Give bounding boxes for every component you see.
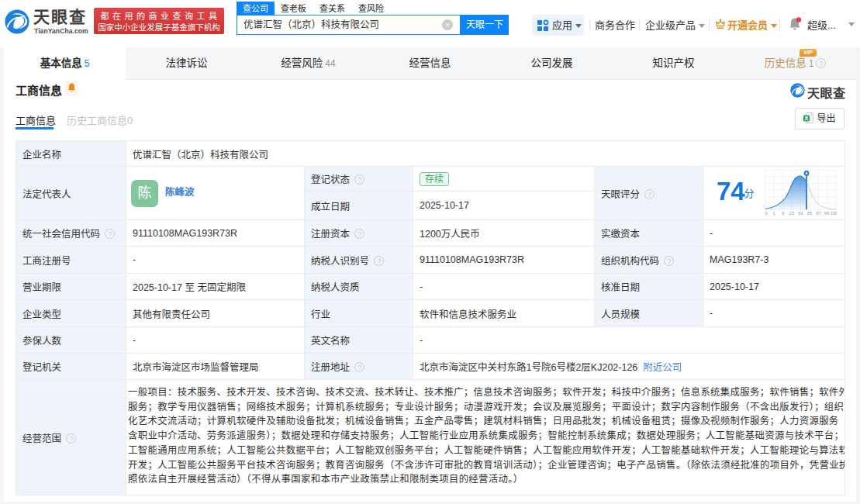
svg-text:1: 1 [772,211,775,216]
svg-text:99: 99 [824,211,829,216]
svg-text:9: 9 [782,211,784,216]
svg-text:100: 100 [831,211,837,216]
svg-text:63: 63 [798,211,803,216]
svg-text:15: 15 [789,211,794,216]
svg-text:85: 85 [807,211,812,216]
svg-text:0: 0 [765,211,767,216]
svg-text:97: 97 [816,211,820,216]
